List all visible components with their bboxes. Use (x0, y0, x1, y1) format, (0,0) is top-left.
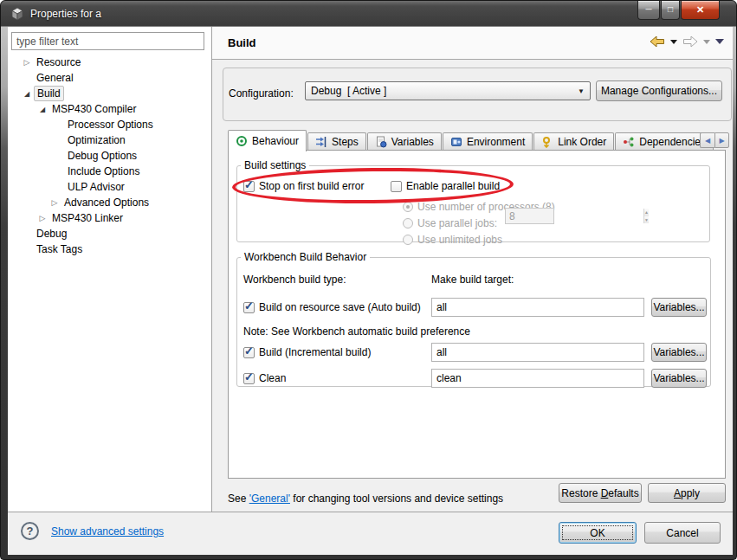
help-icon[interactable]: ? (21, 522, 39, 540)
back-arrow-icon[interactable] (650, 35, 665, 48)
use-parallel-jobs-row[interactable]: Use parallel jobs: (403, 217, 497, 229)
auto-build-checkbox[interactable]: ✓ (243, 302, 255, 313)
auto-build-variables-button[interactable]: Variables... (651, 298, 707, 317)
spinner-buttons[interactable]: ▲ ▼ (643, 209, 649, 223)
parallel-jobs-spinner[interactable]: ▲ ▼ (505, 208, 554, 224)
forward-arrow-icon[interactable] (682, 35, 698, 48)
maximize-icon: □ (668, 4, 673, 14)
collapse-arrow-icon[interactable]: ◢ (36, 106, 49, 113)
show-advanced-settings-link[interactable]: Show advanced settings (51, 525, 164, 537)
view-menu-caret-icon[interactable] (715, 39, 724, 44)
enable-parallel-build-row[interactable]: ✓ Enable parallel build (391, 180, 500, 192)
restore-defaults-button[interactable]: Restore Defaults (559, 483, 642, 503)
tree-item-task-tags[interactable]: Task Tags (8, 241, 211, 257)
use-unlimited-jobs-row[interactable]: Use unlimited jobs (403, 234, 502, 246)
incremental-build-row[interactable]: ✓ Build (Incremental build) (243, 346, 371, 358)
make-build-target-label: Make build target: (431, 274, 514, 286)
page-header: Build (212, 27, 733, 60)
collapse-arrow-icon[interactable]: ◢ (20, 90, 34, 98)
filter-input[interactable] (11, 32, 204, 50)
tree-item-optimization[interactable]: Optimization (8, 132, 211, 148)
steps-icon (315, 136, 327, 148)
tree-item-ulp-advisor[interactable]: ULP Advisor (8, 179, 211, 195)
clean-variables-button[interactable]: Variables... (651, 369, 707, 388)
titlebar[interactable]: Properties for a ─ □ ✕ (1, 1, 736, 27)
sidebar: ▷Resource General ◢Build ◢MSP430 Compile… (8, 27, 212, 512)
build-settings-group: Build settings ✓ Stop on first build err… (236, 159, 710, 242)
cancel-button[interactable]: Cancel (644, 522, 721, 544)
close-icon: ✕ (696, 4, 704, 15)
properties-tree: ▷Resource General ◢Build ◢MSP430 Compile… (8, 55, 211, 257)
tab-scroll-right-icon: ▶ (719, 137, 724, 145)
configuration-value: Debug [ Active ] (311, 85, 578, 97)
tab-scroll-buttons: ◀ ▶ (700, 132, 729, 148)
workbench-note: Note: See Workbench automatic build pref… (243, 325, 470, 338)
environment-icon (450, 136, 462, 148)
spinner-up-icon[interactable]: ▲ (644, 209, 649, 216)
use-unlimited-jobs-radio[interactable] (403, 235, 413, 245)
general-link[interactable]: 'General' (249, 492, 290, 505)
tree-item-advanced-options[interactable]: ▷Advanced Options (8, 195, 211, 210)
use-parallel-jobs-radio[interactable] (403, 218, 413, 229)
tree-item-general[interactable]: General (8, 70, 211, 86)
configuration-label: Configuration: (229, 87, 294, 100)
tab-variables[interactable]: Variables (367, 132, 442, 151)
incremental-build-target-field[interactable] (431, 343, 644, 362)
stop-on-first-error-checkbox[interactable]: ✓ (243, 181, 255, 192)
properties-dialog-window: Properties for a ─ □ ✕ ▷Resource General… (0, 0, 737, 560)
expand-arrow-icon[interactable]: ▷ (20, 58, 34, 67)
spinner-down-icon[interactable]: ▼ (644, 216, 649, 224)
tree-item-msp430-compiler[interactable]: ◢MSP430 Compiler (8, 101, 211, 117)
manage-configurations-button[interactable]: Manage Configurations... (596, 80, 722, 101)
forward-menu-caret-icon[interactable] (703, 40, 710, 44)
incremental-build-variables-button[interactable]: Variables... (651, 343, 707, 362)
minimize-button[interactable]: ─ (637, 1, 660, 20)
behaviour-target-icon (236, 135, 248, 147)
see-general-note: See 'General' for changing tool versions… (228, 492, 503, 505)
incremental-build-checkbox[interactable]: ✓ (243, 347, 255, 358)
tree-item-resource[interactable]: ▷Resource (8, 55, 211, 70)
auto-build-target-field[interactable] (431, 298, 644, 317)
link-order-icon (541, 136, 553, 148)
auto-build-row[interactable]: ✓ Build on resource save (Auto build) (243, 301, 421, 313)
expand-arrow-icon[interactable]: ▷ (48, 198, 61, 207)
parallel-jobs-field[interactable] (506, 209, 643, 223)
tab-link-order[interactable]: Link Order (533, 132, 614, 151)
use-processors-radio[interactable] (403, 202, 413, 212)
tree-item-processor-options[interactable]: Processor Options (8, 117, 211, 132)
tree-item-include-options[interactable]: Include Options (8, 164, 211, 179)
tab-scroll-left-button[interactable]: ◀ (700, 132, 714, 148)
expand-arrow-icon[interactable]: ▷ (36, 214, 49, 222)
tab-scroll-right-button[interactable]: ▶ (714, 132, 729, 148)
clean-target-field[interactable] (431, 369, 644, 388)
tree-item-build[interactable]: ◢Build (8, 86, 211, 101)
tab-steps[interactable]: Steps (307, 132, 366, 151)
minimize-icon: ─ (645, 4, 651, 14)
workbench-build-behavior-group: Workbench Build Behavior Workbench build… (236, 251, 711, 387)
maximize-button[interactable]: □ (661, 1, 680, 20)
check-icon: ✓ (244, 370, 254, 383)
configuration-dropdown[interactable]: Debug [ Active ] ▼ (305, 81, 591, 100)
dialog-body: ▷Resource General ◢Build ◢MSP430 Compile… (8, 27, 733, 555)
main-panel: Build Configuration: Debug [ Active ] ▼ … (212, 27, 733, 512)
close-button[interactable]: ✕ (681, 1, 720, 20)
stop-on-first-error-row[interactable]: ✓ Stop on first build error (243, 180, 364, 192)
apply-button[interactable]: Apply (648, 483, 726, 503)
clean-checkbox[interactable]: ✓ (243, 373, 255, 384)
configuration-group: Configuration: Debug [ Active ] ▼ Manage… (223, 68, 732, 121)
tab-scroll-left-icon: ◀ (705, 137, 710, 145)
ok-button[interactable]: OK (559, 522, 637, 544)
tree-item-msp430-linker[interactable]: ▷MSP430 Linker (8, 210, 211, 226)
tab-behaviour[interactable]: Behaviour (228, 130, 307, 151)
tree-item-debug-options[interactable]: Debug Options (8, 148, 211, 164)
clean-row[interactable]: ✓ Clean (243, 372, 286, 384)
tree-item-debug[interactable]: Debug (8, 226, 211, 241)
selected-tree-item: Build (34, 86, 64, 101)
tab-dependencies[interactable]: Dependencies (615, 132, 714, 151)
check-icon: ✓ (244, 299, 254, 312)
enable-parallel-build-checkbox[interactable]: ✓ (391, 181, 402, 192)
window-title: Properties for a (30, 8, 101, 20)
back-menu-caret-icon[interactable] (670, 40, 677, 44)
tab-environment[interactable]: Environment (443, 132, 533, 151)
variables-document-icon (375, 136, 387, 148)
